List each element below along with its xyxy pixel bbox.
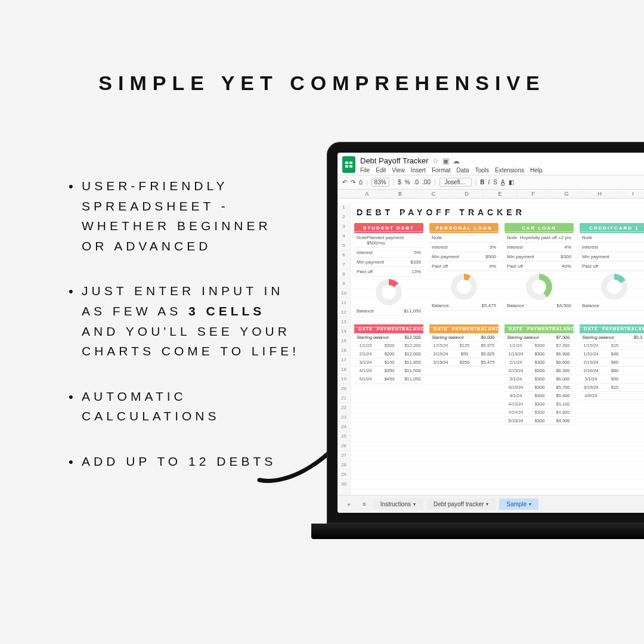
tab-instructions[interactable]: Instructions▾	[373, 499, 423, 510]
doc-title[interactable]: Debt Payoff Tracker	[360, 156, 429, 165]
bold-icon[interactable]: B	[480, 179, 484, 185]
headline: SIMPLE YET COMPREHENSIVE	[0, 72, 644, 95]
move-folder-icon[interactable]: ▣	[442, 157, 449, 165]
donut-chart-icon	[451, 274, 477, 300]
laptop-mockup: Debt Payoff Tracker ☆ ▣ ☁ FileEditViewIn…	[327, 142, 644, 539]
sheet-tabs: ＋ ≡ Instructions▾ Debt payoff tracker▾ S…	[338, 495, 644, 513]
bullet-1: USER-FRIENDLY SPREADSHEET - WHETHER BEGI…	[69, 176, 301, 256]
tab-debt-payoff-tracker[interactable]: Debt payoff tracker▾	[426, 499, 496, 510]
undo-icon[interactable]: ↶	[342, 179, 347, 185]
fill-color-icon[interactable]: ◧	[509, 179, 514, 185]
donut-chart-icon	[601, 274, 627, 300]
redo-icon[interactable]: ↷	[351, 179, 355, 185]
bullet-2: JUST ENTER INPUT IN AS FEW AS 3 CELLS AN…	[69, 281, 301, 361]
percent-format[interactable]: %	[405, 179, 410, 185]
menu-bar: FileEditViewInsertFormatDataToolsExtensi…	[360, 167, 543, 174]
italic-icon[interactable]: I	[488, 179, 490, 185]
menu-insert[interactable]: Insert	[411, 167, 426, 174]
print-icon[interactable]: ⎙	[359, 179, 363, 185]
menu-file[interactable]: File	[360, 167, 370, 174]
menu-format[interactable]: Format	[432, 167, 451, 174]
zoom-control[interactable]: 83%	[371, 178, 389, 187]
font-select[interactable]: Josefi…	[439, 178, 472, 187]
currency-format[interactable]: $	[398, 179, 401, 185]
donut-chart-icon	[526, 274, 552, 300]
tab-sample[interactable]: Sample▾	[499, 499, 538, 510]
toolbar[interactable]: ↶ ↷ ⎙ | 83% | $ % .0.00 | Josefi… | B I …	[338, 175, 644, 190]
add-sheet-button[interactable]: ＋	[342, 498, 355, 511]
strike-icon[interactable]: S	[493, 179, 497, 185]
menu-data[interactable]: Data	[457, 167, 469, 174]
cloud-status-icon: ☁	[453, 157, 460, 165]
menu-extensions[interactable]: Extensions	[495, 167, 524, 174]
all-sheets-button[interactable]: ≡	[359, 499, 370, 510]
sheets-header: Debt Payoff Tracker ☆ ▣ ☁ FileEditViewIn…	[338, 153, 644, 175]
menu-help[interactable]: Help	[530, 167, 543, 174]
column-headers[interactable]: ABCDEFGHI	[338, 190, 644, 199]
spreadsheet-screen: Debt Payoff Tracker ☆ ▣ ☁ FileEditViewIn…	[338, 153, 644, 513]
menu-view[interactable]: View	[392, 167, 405, 174]
menu-edit[interactable]: Edit	[376, 167, 386, 174]
laptop-base	[311, 524, 644, 539]
star-icon[interactable]: ☆	[432, 157, 439, 165]
sheets-logo-icon	[342, 156, 355, 173]
menu-tools[interactable]: Tools	[475, 167, 489, 174]
donut-chart-icon	[376, 279, 402, 305]
text-color-icon[interactable]: A	[501, 179, 505, 185]
row-headers[interactable]: 1234567891011121314151617181920212223242…	[338, 203, 351, 495]
